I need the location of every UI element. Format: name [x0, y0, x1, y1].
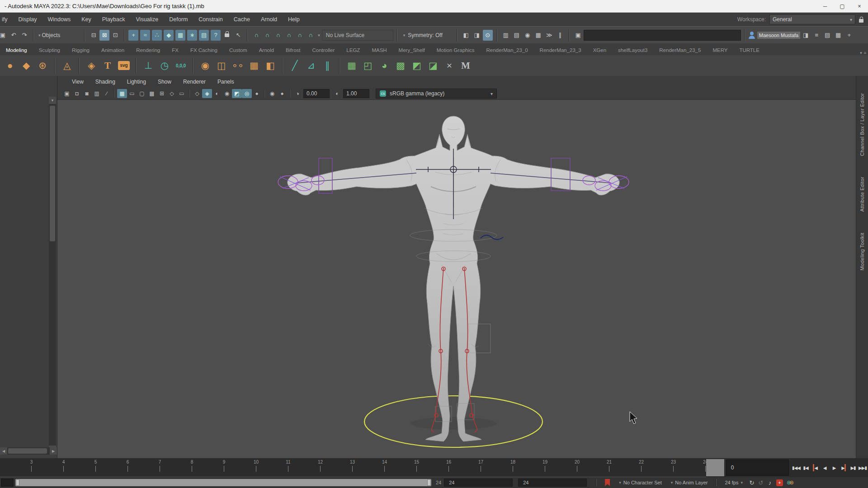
go-to-start-button[interactable]: ▮◀◀ [792, 462, 801, 473]
safe-action-icon[interactable]: ◇ [167, 89, 177, 98]
xray-icon[interactable]: ● [277, 89, 287, 98]
shelf-tab[interactable]: FX Caching [184, 45, 223, 55]
chevron-down-icon[interactable]: ▾ [403, 33, 406, 38]
crease-tool-icon[interactable]: ∥ [319, 57, 335, 74]
shelf-tab[interactable]: Rendering [130, 45, 166, 55]
ipr-render-icon[interactable]: ◉ [523, 30, 533, 41]
step-back-key-button[interactable]: ◀ [811, 462, 820, 473]
step-back-frame-button[interactable]: ▮◀ [801, 462, 810, 473]
mask-rendering-icon[interactable]: ▤ [199, 30, 209, 41]
gate-mask-icon[interactable]: ▩ [147, 89, 157, 98]
motion-blur-icon[interactable]: ● [252, 89, 262, 98]
mask-points-icon[interactable]: ∴ [152, 30, 162, 41]
scroll-right-icon[interactable]: ▶ [50, 447, 57, 455]
cut-uv-tool-icon[interactable]: × [441, 57, 458, 74]
channel-box-toggle-icon[interactable]: ◨ [801, 30, 811, 41]
mask-handles-icon[interactable]: + [128, 30, 138, 41]
menu-item[interactable]: Windows [48, 16, 71, 23]
attribute-editor-toggle-icon[interactable]: ≡ [811, 30, 821, 41]
lights-icon[interactable]: ◉ [222, 89, 232, 98]
frame-tick[interactable]: 3 [15, 458, 47, 477]
exposure-icon[interactable]: ◑ [292, 89, 302, 98]
menu-item[interactable]: Cache [234, 16, 250, 23]
tool-settings-toggle-icon[interactable]: ▤ [822, 30, 832, 41]
scroll-left-icon[interactable]: ◀ [0, 447, 7, 455]
play-forwards-button[interactable]: ▶ [830, 462, 839, 473]
ssao-icon[interactable]: ◎ [242, 89, 252, 98]
render-frame-icon[interactable]: ▤ [512, 30, 522, 41]
wireframe-icon[interactable]: ◇ [192, 89, 202, 98]
user-avatar[interactable] [748, 32, 755, 39]
frame-tick[interactable]: 19 [529, 458, 561, 477]
shelf-tab[interactable]: Arnold [253, 45, 280, 55]
isolate-select-icon[interactable]: ◉ [267, 89, 277, 98]
menu-item[interactable]: Arnold [261, 16, 277, 23]
lock-selection-icon[interactable] [225, 33, 229, 37]
mel-script-icon[interactable]: M [458, 57, 474, 74]
range-slider[interactable] [15, 479, 431, 486]
mask-surfaces-icon[interactable]: ◆ [164, 30, 174, 41]
snap-grid-icon[interactable]: ∩ [251, 30, 261, 41]
redo-icon[interactable]: ↷ [19, 30, 29, 41]
frame-tick[interactable]: 9 [208, 458, 240, 477]
shelf-tab[interactable]: RenderMan_23_5 [653, 45, 707, 55]
mask-deformations-icon[interactable]: ▦ [175, 30, 185, 41]
uv-planar-icon[interactable]: ▦ [344, 57, 360, 74]
shelf-separator[interactable] [54, 58, 55, 73]
workspace-select[interactable]: General ▾ [769, 14, 855, 24]
panel-menu-item[interactable]: Shading [95, 79, 115, 85]
select-hierarchy-icon[interactable]: ⊟ [89, 30, 99, 41]
toolbar-separator[interactable] [114, 89, 115, 98]
command-search-input[interactable] [584, 30, 741, 41]
image-plane-icon[interactable]: ▥ [92, 89, 102, 98]
outliner-horizontal-scrollbar[interactable]: ◀ ▶ [0, 447, 57, 455]
bookmark-add-icon[interactable]: ◙ [82, 89, 92, 98]
shelf-tab[interactable]: Controller [306, 45, 340, 55]
outliner-vertical-scrollbar[interactable]: ▼ ▼ [49, 104, 56, 446]
range-start-handle[interactable] [16, 479, 19, 486]
shelf-tab[interactable]: Animation [95, 45, 130, 55]
audio-icon[interactable]: ♪ [765, 479, 774, 486]
animation-preferences-icon[interactable]: ⊛⊛ [787, 479, 792, 486]
frame-tick[interactable]: 7 [144, 458, 176, 477]
symmetry-dropdown[interactable]: Symmetry: Off [408, 32, 442, 38]
zero-transforms-icon[interactable]: 0,0,0 [173, 57, 189, 74]
shelf-tab[interactable]: MERY [707, 45, 733, 55]
shelf-options-icon[interactable]: ≡ [864, 51, 866, 55]
shelf-separator[interactable] [282, 58, 283, 73]
selection-mask-dropdown[interactable]: Objects [42, 32, 61, 38]
field-entry-icon[interactable]: ▣ [573, 30, 583, 41]
snap-point-icon[interactable]: ∩ [273, 30, 283, 41]
text-tool-icon[interactable]: T [99, 57, 116, 74]
mirror-icon[interactable]: ◧ [262, 57, 278, 74]
character-set-dropdown[interactable]: ▾ No Character Set [619, 480, 662, 485]
go-to-end-button[interactable]: ▶▶▮ [858, 462, 867, 473]
resolution-gate-icon[interactable]: ▢ [137, 89, 147, 98]
frame-tick[interactable]: 6 [112, 458, 144, 477]
highlight-selection-icon[interactable]: ↖ [233, 30, 243, 41]
frame-tick[interactable]: 17 [465, 458, 497, 477]
menu-item[interactable]: Deform [169, 16, 188, 23]
multi-cut-icon[interactable]: ╱ [287, 57, 303, 74]
select-camera-icon[interactable]: ▣ [62, 89, 72, 98]
live-surface-field[interactable]: No Live Surface [322, 30, 393, 41]
scrollbar-thumb[interactable] [8, 448, 47, 454]
animation-end-field[interactable]: 24 [518, 479, 587, 487]
field-chart-icon[interactable]: ⊞ [157, 89, 167, 98]
rig-controls[interactable] [278, 149, 629, 432]
select-component-icon[interactable]: ⊡ [110, 30, 120, 41]
tab-attribute-editor[interactable]: Attribute Editor [859, 177, 865, 212]
pause-viewport-icon[interactable]: ∥ [555, 30, 565, 41]
frame-tick[interactable]: 16 [433, 458, 465, 477]
user-name[interactable]: Maesoon Mustafa [757, 32, 800, 39]
loop-playback-icon[interactable]: ↻ [747, 479, 756, 486]
grid-toggle-icon[interactable]: ▦ [117, 89, 127, 98]
uv-auto-icon[interactable]: ◰ [360, 57, 376, 74]
uv-cylindrical-icon[interactable]: ◕ [376, 57, 392, 74]
anim-layer-dropdown[interactable]: ▾ No Anim Layer [671, 480, 708, 485]
shelf-menu-icon[interactable]: ▾ [860, 51, 862, 55]
shelf-tab[interactable]: Sculpting [33, 45, 66, 55]
shelf-tab[interactable]: RenderMan_23_0 [481, 45, 534, 55]
shelf-tab[interactable]: TURTLE [733, 45, 765, 55]
toolbar-separator[interactable] [289, 89, 290, 98]
